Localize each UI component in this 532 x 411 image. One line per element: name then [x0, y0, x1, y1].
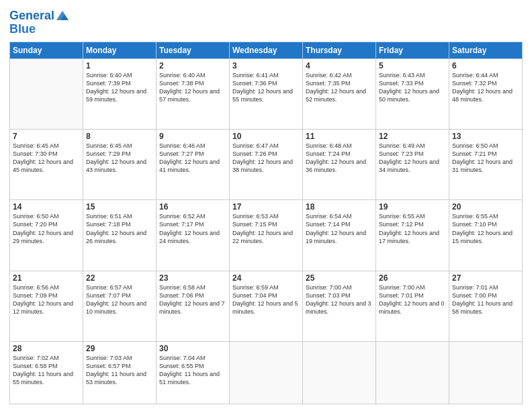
weekday-header: Friday	[376, 42, 449, 58]
day-number: 15	[86, 202, 153, 212]
calendar-cell: 17Sunrise: 6:53 AMSunset: 7:15 PMDayligh…	[230, 200, 303, 271]
calendar-cell: 19Sunrise: 6:55 AMSunset: 7:12 PMDayligh…	[376, 200, 449, 271]
day-number: 5	[379, 61, 446, 71]
calendar-cell: 7Sunrise: 6:45 AMSunset: 7:30 PMDaylight…	[10, 129, 83, 199]
calendar-cell	[376, 342, 449, 404]
weekday-header: Monday	[83, 42, 157, 58]
weekday-header: Tuesday	[157, 42, 230, 58]
calendar-cell: 4Sunrise: 6:42 AMSunset: 7:35 PMDaylight…	[303, 58, 376, 129]
calendar-cell	[303, 342, 376, 404]
page: General Blue SundayMondayTuesdayWednesda…	[0, 0, 532, 411]
day-number: 6	[452, 61, 519, 71]
calendar-cell: 9Sunrise: 6:46 AMSunset: 7:27 PMDaylight…	[157, 129, 230, 199]
day-number: 11	[306, 132, 373, 141]
day-number: 12	[379, 132, 446, 141]
calendar-cell: 23Sunrise: 6:58 AMSunset: 7:06 PMDayligh…	[157, 271, 230, 341]
cell-details: Sunrise: 6:42 AMSunset: 7:35 PMDaylight:…	[306, 71, 373, 104]
cell-details: Sunrise: 6:55 AMSunset: 7:10 PMDaylight:…	[452, 212, 519, 245]
cell-details: Sunrise: 7:00 AMSunset: 7:03 PMDaylight:…	[306, 283, 373, 316]
cell-details: Sunrise: 6:40 AMSunset: 7:38 PMDaylight:…	[159, 71, 226, 104]
cell-details: Sunrise: 6:54 AMSunset: 7:14 PMDaylight:…	[306, 212, 373, 245]
cell-details: Sunrise: 6:44 AMSunset: 7:32 PMDaylight:…	[452, 71, 519, 104]
cell-details: Sunrise: 6:50 AMSunset: 7:20 PMDaylight:…	[13, 212, 80, 245]
cell-details: Sunrise: 6:41 AMSunset: 7:36 PMDaylight:…	[232, 71, 300, 104]
cell-details: Sunrise: 6:43 AMSunset: 7:33 PMDaylight:…	[379, 71, 446, 104]
calendar-cell: 15Sunrise: 6:51 AMSunset: 7:18 PMDayligh…	[83, 200, 157, 271]
cell-details: Sunrise: 6:48 AMSunset: 7:24 PMDaylight:…	[306, 142, 373, 175]
calendar-cell: 22Sunrise: 6:57 AMSunset: 7:07 PMDayligh…	[83, 271, 157, 341]
calendar-cell: 5Sunrise: 6:43 AMSunset: 7:33 PMDaylight…	[376, 58, 449, 129]
cell-details: Sunrise: 6:51 AMSunset: 7:18 PMDaylight:…	[86, 212, 153, 245]
cell-details: Sunrise: 6:47 AMSunset: 7:26 PMDaylight:…	[232, 142, 300, 175]
day-number: 1	[86, 61, 153, 71]
day-number: 21	[13, 273, 80, 283]
calendar-cell	[230, 342, 303, 404]
calendar-cell: 25Sunrise: 7:00 AMSunset: 7:03 PMDayligh…	[303, 271, 376, 341]
day-number: 25	[306, 273, 373, 283]
day-number: 13	[452, 132, 519, 141]
cell-details: Sunrise: 6:52 AMSunset: 7:17 PMDaylight:…	[159, 212, 226, 245]
cell-details: Sunrise: 7:02 AMSunset: 6:58 PMDaylight:…	[13, 354, 80, 387]
cell-details: Sunrise: 6:56 AMSunset: 7:09 PMDaylight:…	[13, 283, 80, 316]
logo-text: General	[9, 9, 54, 23]
cell-details: Sunrise: 6:49 AMSunset: 7:23 PMDaylight:…	[379, 142, 446, 175]
calendar-cell: 18Sunrise: 6:54 AMSunset: 7:14 PMDayligh…	[303, 200, 376, 271]
weekday-header: Sunday	[10, 42, 83, 58]
day-number: 28	[13, 344, 80, 353]
day-number: 23	[159, 273, 226, 283]
calendar-cell: 6Sunrise: 6:44 AMSunset: 7:32 PMDaylight…	[449, 58, 523, 129]
logo-icon	[55, 9, 70, 21]
day-number: 30	[159, 344, 226, 353]
day-number: 19	[379, 202, 446, 212]
day-number: 4	[306, 61, 373, 71]
cell-details: Sunrise: 6:46 AMSunset: 7:27 PMDaylight:…	[159, 142, 226, 175]
day-number: 10	[232, 132, 300, 141]
calendar-table: SundayMondayTuesdayWednesdayThursdayFrid…	[9, 42, 523, 404]
cell-details: Sunrise: 7:03 AMSunset: 6:57 PMDaylight:…	[86, 354, 153, 387]
calendar-cell: 13Sunrise: 6:50 AMSunset: 7:21 PMDayligh…	[449, 129, 523, 199]
cell-details: Sunrise: 6:58 AMSunset: 7:06 PMDaylight:…	[159, 283, 226, 316]
cell-details: Sunrise: 6:40 AMSunset: 7:39 PMDaylight:…	[86, 71, 153, 104]
calendar-cell: 10Sunrise: 6:47 AMSunset: 7:26 PMDayligh…	[230, 129, 303, 199]
calendar-cell: 11Sunrise: 6:48 AMSunset: 7:24 PMDayligh…	[303, 129, 376, 199]
cell-details: Sunrise: 7:01 AMSunset: 7:00 PMDaylight:…	[452, 283, 519, 316]
calendar-cell: 12Sunrise: 6:49 AMSunset: 7:23 PMDayligh…	[376, 129, 449, 199]
cell-details: Sunrise: 6:57 AMSunset: 7:07 PMDaylight:…	[86, 283, 153, 316]
day-number: 16	[159, 202, 226, 212]
weekday-header: Wednesday	[230, 42, 303, 58]
cell-details: Sunrise: 6:55 AMSunset: 7:12 PMDaylight:…	[379, 212, 446, 245]
day-number: 18	[306, 202, 373, 212]
calendar-cell: 24Sunrise: 6:59 AMSunset: 7:04 PMDayligh…	[230, 271, 303, 341]
calendar-cell: 2Sunrise: 6:40 AMSunset: 7:38 PMDaylight…	[157, 58, 230, 129]
day-number: 3	[232, 61, 300, 71]
header: General Blue	[9, 7, 523, 36]
cell-details: Sunrise: 6:50 AMSunset: 7:21 PMDaylight:…	[452, 142, 519, 175]
cell-details: Sunrise: 6:45 AMSunset: 7:29 PMDaylight:…	[86, 142, 153, 175]
calendar-cell: 3Sunrise: 6:41 AMSunset: 7:36 PMDaylight…	[230, 58, 303, 129]
cell-details: Sunrise: 7:04 AMSunset: 6:55 PMDaylight:…	[159, 354, 226, 387]
calendar-cell: 14Sunrise: 6:50 AMSunset: 7:20 PMDayligh…	[10, 200, 83, 271]
calendar-cell: 21Sunrise: 6:56 AMSunset: 7:09 PMDayligh…	[10, 271, 83, 341]
calendar-cell: 8Sunrise: 6:45 AMSunset: 7:29 PMDaylight…	[83, 129, 157, 199]
calendar-cell	[449, 342, 523, 404]
day-number: 17	[232, 202, 300, 212]
cell-details: Sunrise: 7:00 AMSunset: 7:01 PMDaylight:…	[379, 283, 446, 316]
weekday-header: Saturday	[449, 42, 523, 58]
logo-text-blue: Blue	[9, 23, 70, 36]
day-number: 24	[232, 273, 300, 283]
calendar-cell: 28Sunrise: 7:02 AMSunset: 6:58 PMDayligh…	[10, 342, 83, 404]
day-number: 20	[452, 202, 519, 212]
calendar-cell: 16Sunrise: 6:52 AMSunset: 7:17 PMDayligh…	[157, 200, 230, 271]
cell-details: Sunrise: 6:45 AMSunset: 7:30 PMDaylight:…	[13, 142, 80, 175]
calendar-cell: 20Sunrise: 6:55 AMSunset: 7:10 PMDayligh…	[449, 200, 523, 271]
calendar-cell: 30Sunrise: 7:04 AMSunset: 6:55 PMDayligh…	[157, 342, 230, 404]
day-number: 27	[452, 273, 519, 283]
cell-details: Sunrise: 6:53 AMSunset: 7:15 PMDaylight:…	[232, 212, 300, 245]
day-number: 9	[159, 132, 226, 141]
calendar-cell: 27Sunrise: 7:01 AMSunset: 7:00 PMDayligh…	[449, 271, 523, 341]
calendar-cell: 1Sunrise: 6:40 AMSunset: 7:39 PMDaylight…	[83, 58, 157, 129]
cell-details: Sunrise: 6:59 AMSunset: 7:04 PMDaylight:…	[232, 283, 300, 316]
day-number: 8	[86, 132, 153, 141]
calendar-cell: 29Sunrise: 7:03 AMSunset: 6:57 PMDayligh…	[83, 342, 157, 404]
day-number: 7	[13, 132, 80, 141]
